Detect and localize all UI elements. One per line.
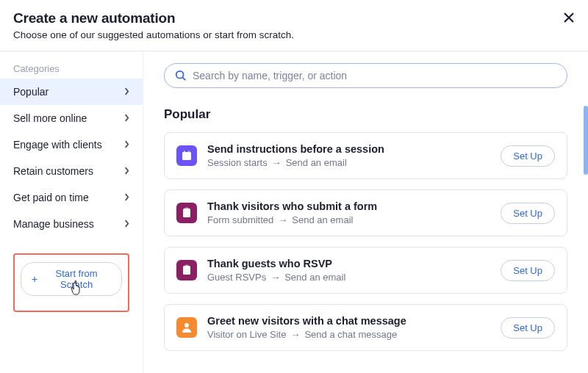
card-action: Send a chat message bbox=[304, 329, 397, 340]
card-title: Thank visitors who submit a form bbox=[207, 200, 490, 212]
chevron-right-icon bbox=[124, 139, 129, 151]
card-body: Send instructions before a sessionSessio… bbox=[207, 143, 490, 168]
search-field[interactable] bbox=[164, 63, 567, 88]
automation-card[interactable]: Send instructions before a sessionSessio… bbox=[164, 132, 567, 179]
chevron-right-icon bbox=[124, 112, 129, 124]
search-input[interactable] bbox=[193, 70, 556, 82]
clipboard-icon bbox=[176, 260, 197, 280]
sidebar-item-label: Popular bbox=[13, 86, 49, 98]
sidebar-item-label: Retain customers bbox=[13, 165, 93, 177]
cursor-pointer-icon bbox=[71, 280, 85, 296]
card-title: Greet new visitors with a chat message bbox=[207, 315, 490, 327]
sidebar-item-label: Sell more online bbox=[13, 112, 87, 124]
sidebar-item-popular[interactable]: Popular bbox=[0, 79, 143, 105]
modal-header: Create a new automation Choose one of ou… bbox=[0, 0, 588, 51]
sidebar: Categories PopularSell more onlineEngage… bbox=[0, 51, 143, 373]
clipboard-icon bbox=[176, 203, 197, 223]
sidebar-item-label: Engage with clients bbox=[13, 139, 102, 151]
page-subtitle: Choose one of our suggested automations … bbox=[13, 29, 573, 40]
sidebar-item-retain-customers[interactable]: Retain customers bbox=[0, 158, 143, 184]
setup-button[interactable]: Set Up bbox=[501, 203, 555, 224]
card-subtitle: Session starts→Send an email bbox=[207, 157, 490, 168]
card-action: Send an email bbox=[286, 157, 347, 168]
svg-rect-2 bbox=[184, 151, 185, 153]
automation-card[interactable]: Greet new visitors with a chat messageVi… bbox=[164, 304, 567, 351]
calendar-icon bbox=[176, 145, 197, 166]
svg-rect-4 bbox=[183, 209, 190, 217]
plus-icon: + bbox=[32, 274, 37, 284]
card-action: Send an email bbox=[292, 214, 353, 225]
card-trigger: Guest RSVPs bbox=[207, 272, 266, 283]
sidebar-item-label: Manage business bbox=[13, 218, 94, 230]
arrow-right-icon: → bbox=[272, 157, 282, 168]
close-button[interactable] bbox=[560, 9, 578, 26]
card-subtitle: Guest RSVPs→Send an email bbox=[207, 272, 490, 283]
chevron-right-icon bbox=[124, 218, 129, 230]
scrollbar-thumb[interactable] bbox=[584, 106, 588, 175]
card-title: Thank guests who RSVP bbox=[207, 258, 490, 269]
card-trigger: Visitor on Live Site bbox=[207, 329, 286, 340]
card-body: Greet new visitors with a chat messageVi… bbox=[207, 315, 490, 340]
arrow-right-icon: → bbox=[290, 329, 300, 340]
sidebar-item-manage-business[interactable]: Manage business bbox=[0, 211, 143, 237]
section-title: Popular bbox=[164, 107, 567, 122]
svg-rect-1 bbox=[182, 152, 191, 160]
svg-point-8 bbox=[184, 323, 189, 327]
sidebar-item-engage-with-clients[interactable]: Engage with clients bbox=[0, 131, 143, 158]
arrow-right-icon: → bbox=[278, 214, 287, 225]
card-trigger: Session starts bbox=[207, 157, 268, 168]
chevron-right-icon bbox=[124, 165, 129, 177]
card-subtitle: Visitor on Live Site→Send a chat message bbox=[207, 329, 490, 340]
svg-point-0 bbox=[176, 71, 184, 79]
automation-card[interactable]: Thank guests who RSVPGuest RSVPs→Send an… bbox=[164, 247, 567, 294]
person-icon bbox=[176, 317, 197, 338]
arrow-right-icon: → bbox=[270, 272, 280, 283]
setup-button[interactable]: Set Up bbox=[501, 260, 555, 281]
svg-rect-5 bbox=[185, 208, 189, 210]
card-body: Thank visitors who submit a formForm sub… bbox=[207, 200, 490, 225]
page-title: Create a new automation bbox=[13, 10, 573, 26]
chevron-right-icon bbox=[124, 86, 129, 98]
sidebar-item-sell-more-online[interactable]: Sell more online bbox=[0, 105, 143, 131]
svg-rect-7 bbox=[185, 265, 189, 267]
setup-button[interactable]: Set Up bbox=[501, 145, 555, 167]
search-icon bbox=[175, 70, 187, 82]
automation-card[interactable]: Thank visitors who submit a formForm sub… bbox=[164, 189, 567, 236]
svg-rect-3 bbox=[188, 151, 190, 153]
card-action: Send an email bbox=[284, 272, 345, 283]
chevron-right-icon bbox=[124, 192, 129, 203]
card-title: Send instructions before a session bbox=[207, 143, 490, 155]
setup-button[interactable]: Set Up bbox=[501, 317, 555, 338]
card-subtitle: Form submitted→Send an email bbox=[207, 214, 490, 225]
categories-header: Categories bbox=[0, 57, 143, 79]
sidebar-item-label: Get paid on time bbox=[13, 192, 89, 203]
svg-rect-6 bbox=[183, 266, 190, 275]
start-from-scratch-highlight: + Start from Scratch bbox=[13, 253, 129, 312]
close-icon bbox=[564, 12, 574, 23]
sidebar-item-get-paid-on-time[interactable]: Get paid on time bbox=[0, 184, 143, 211]
main-panel: Popular Send instructions before a sessi… bbox=[143, 51, 588, 373]
card-trigger: Form submitted bbox=[207, 214, 273, 225]
card-body: Thank guests who RSVPGuest RSVPs→Send an… bbox=[207, 258, 490, 283]
